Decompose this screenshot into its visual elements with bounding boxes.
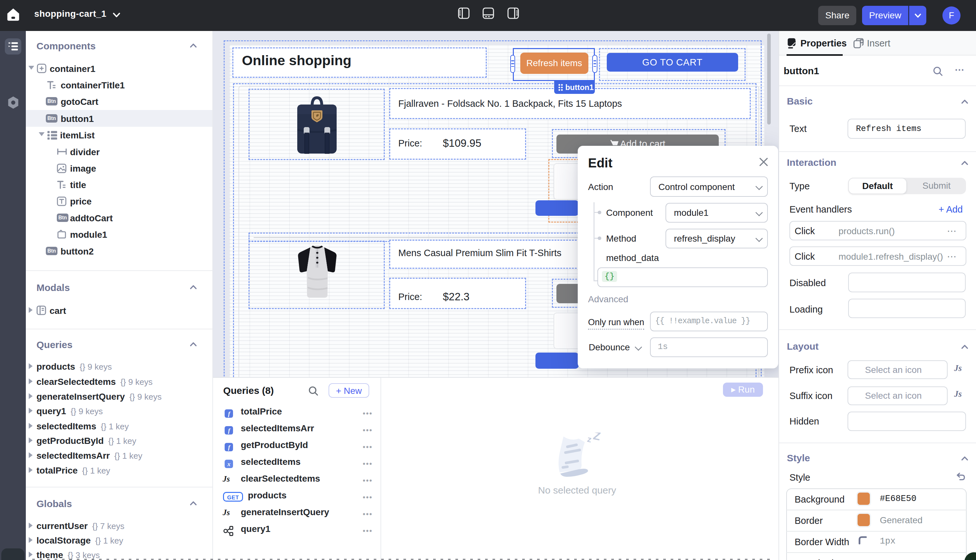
svg-text:x: x bbox=[227, 461, 230, 467]
svg-text:Z: Z bbox=[592, 433, 602, 443]
svg-text:z: z bbox=[586, 434, 592, 445]
